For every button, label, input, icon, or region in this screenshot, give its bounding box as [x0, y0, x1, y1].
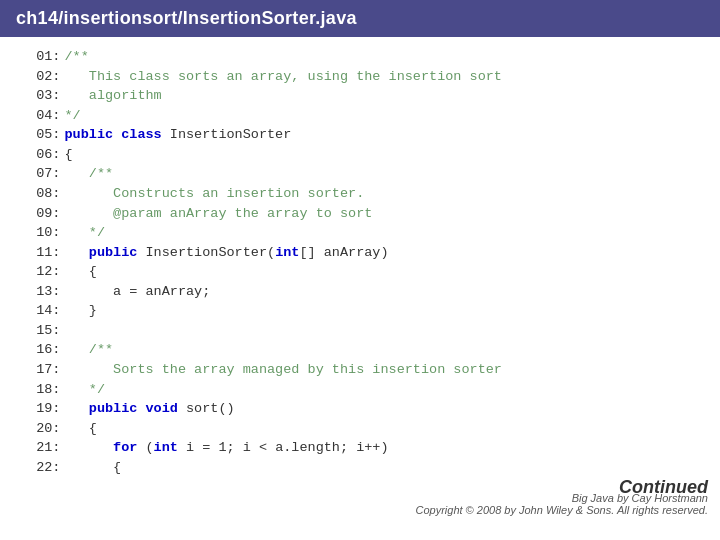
code-line: public InsertionSorter(int[] anArray)	[62, 243, 704, 263]
code-line: Constructs an insertion sorter.	[62, 184, 704, 204]
line-number: 08:	[16, 184, 62, 204]
table-row: 21: for (int i = 1; i < a.length; i++)	[16, 438, 704, 458]
table-row: 11: public InsertionSorter(int[] anArray…	[16, 243, 704, 263]
code-line: Sorts the array managed by this insertio…	[62, 360, 704, 380]
line-number: 01:	[16, 47, 62, 67]
table-row: 17: Sorts the array managed by this inse…	[16, 360, 704, 380]
table-row: 22: {	[16, 458, 704, 478]
table-row: 05: public class InsertionSorter	[16, 125, 704, 145]
table-row: 10: */	[16, 223, 704, 243]
code-table: 01: /** 02: This class sorts an array, u…	[16, 47, 704, 477]
table-row: 16: /**	[16, 340, 704, 360]
line-number: 19:	[16, 399, 62, 419]
code-line: public class InsertionSorter	[62, 125, 704, 145]
table-row: 12: {	[16, 262, 704, 282]
table-row: 19: public void sort()	[16, 399, 704, 419]
line-number: 15:	[16, 321, 62, 341]
header-title: ch14/insertionsort/InsertionSorter.java	[16, 8, 357, 28]
line-number: 13:	[16, 282, 62, 302]
code-line: algorithm	[62, 86, 704, 106]
line-number: 18:	[16, 380, 62, 400]
code-line: */	[62, 106, 704, 126]
line-number: 11:	[16, 243, 62, 263]
line-number: 09:	[16, 204, 62, 224]
line-number: 21:	[16, 438, 62, 458]
line-number: 04:	[16, 106, 62, 126]
line-number: 17:	[16, 360, 62, 380]
code-line: }	[62, 301, 704, 321]
code-line: for (int i = 1; i < a.length; i++)	[62, 438, 704, 458]
code-line: This class sorts an array, using the ins…	[62, 67, 704, 87]
table-row: 09: @param anArray the array to sort	[16, 204, 704, 224]
table-row: 02: This class sorts an array, using the…	[16, 67, 704, 87]
table-row: 18: */	[16, 380, 704, 400]
table-row: 04: */	[16, 106, 704, 126]
code-line: {	[62, 262, 704, 282]
table-row: 01: /**	[16, 47, 704, 67]
line-number: 10:	[16, 223, 62, 243]
code-line: /**	[62, 164, 704, 184]
code-line: /**	[62, 47, 704, 67]
code-line: a = anArray;	[62, 282, 704, 302]
code-line: public void sort()	[62, 399, 704, 419]
page-header: ch14/insertionsort/InsertionSorter.java	[0, 0, 720, 37]
line-number: 05:	[16, 125, 62, 145]
code-line: @param anArray the array to sort	[62, 204, 704, 224]
code-line	[62, 321, 704, 341]
code-line: /**	[62, 340, 704, 360]
table-row: 06: {	[16, 145, 704, 165]
line-number: 06:	[16, 145, 62, 165]
table-row: 20: {	[16, 419, 704, 439]
line-number: 16:	[16, 340, 62, 360]
line-number: 02:	[16, 67, 62, 87]
code-line: {	[62, 458, 704, 478]
table-row: 07: /**	[16, 164, 704, 184]
code-content: 01: /** 02: This class sorts an array, u…	[0, 37, 720, 481]
table-row: 03: algorithm	[16, 86, 704, 106]
table-row: 08: Constructs an insertion sorter.	[16, 184, 704, 204]
copyright-line1: Big Java by Cay Horstmann	[415, 492, 708, 504]
table-row: 13: a = anArray;	[16, 282, 704, 302]
line-number: 22:	[16, 458, 62, 478]
code-line: {	[62, 145, 704, 165]
line-number: 14:	[16, 301, 62, 321]
code-line: */	[62, 380, 704, 400]
code-line: */	[62, 223, 704, 243]
table-row: 14: }	[16, 301, 704, 321]
copyright-line2: Copyright © 2008 by John Wiley & Sons. A…	[415, 504, 708, 516]
line-number: 07:	[16, 164, 62, 184]
line-number: 20:	[16, 419, 62, 439]
footer: Big Java by Cay Horstmann Copyright © 20…	[415, 492, 708, 516]
table-row: 15:	[16, 321, 704, 341]
code-line: {	[62, 419, 704, 439]
line-number: 03:	[16, 86, 62, 106]
line-number: 12:	[16, 262, 62, 282]
